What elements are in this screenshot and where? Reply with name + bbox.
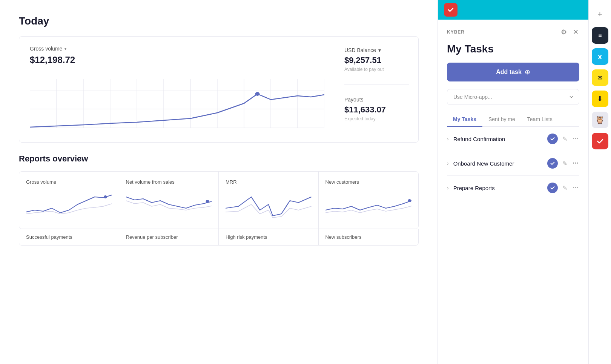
task-item-reports: › Prepare Reports ✎ ••• — [447, 176, 579, 200]
kyber-panel-top: KYBER ⚙ ✕ — [447, 27, 579, 37]
plus-icon: + — [597, 9, 602, 19]
kyber-header-icon[interactable] — [444, 3, 457, 17]
task-complete-reports[interactable] — [547, 183, 558, 193]
report-bottom-subscribers: New subscribers — [319, 229, 419, 245]
metrics-card: Gross volume ▾ $12,198.72 — [19, 36, 419, 143]
report-cell-net-volume: Net volume from sales — [119, 172, 219, 229]
tab-sent-by-me[interactable]: Sent by me — [482, 112, 521, 127]
download-icon: ⬇ — [597, 95, 603, 103]
report-gross-volume-label: Gross volume — [26, 179, 112, 185]
tab-my-tasks[interactable]: My Tasks — [447, 112, 482, 127]
report-net-volume-label: Net volume from sales — [126, 179, 212, 185]
gross-volume-value: $12,198.72 — [30, 55, 324, 65]
kyber-title: My Tasks — [447, 43, 579, 55]
page-title: Today — [19, 15, 419, 27]
report-bottom-high-risk: High risk payments — [219, 229, 319, 245]
sidebar-add-button[interactable]: + — [592, 6, 608, 23]
task-actions-refund: ✎ ••• — [547, 134, 579, 144]
main-dashboard: Today Gross volume ▾ $12,198.72 — [0, 0, 438, 364]
main-line-chart — [30, 71, 324, 132]
gross-volume-chevron[interactable]: ▾ — [64, 47, 66, 51]
task-complete-refund[interactable] — [547, 134, 558, 144]
task-more-reports[interactable]: ••• — [572, 184, 579, 191]
task-more-onboard[interactable]: ••• — [572, 160, 579, 167]
usd-balance-sub: Available to pay out — [344, 67, 409, 72]
kyber-check-icon — [596, 137, 604, 145]
payouts-value: $11,633.07 — [344, 105, 409, 115]
mini-chart-gross-volume — [26, 189, 112, 220]
kyber-panel-actions: ⚙ ✕ — [560, 27, 579, 37]
kyber-brand: KYBER — [447, 29, 465, 35]
task-complete-onboard[interactable] — [547, 158, 558, 169]
task-expand-onboard[interactable]: › — [447, 160, 449, 166]
task-expand-refund[interactable]: › — [447, 136, 449, 142]
app-sidebar: + ≡ x ✉ ⬇ 🦉 — [588, 0, 611, 364]
sidebar-mailchimp-app[interactable]: ✉ — [592, 69, 608, 86]
task-name-onboard: Onboard New Customer — [453, 160, 548, 167]
task-item-refund: › Refund Confirmation ✎ ••• — [447, 127, 579, 151]
sidebar-xero-app[interactable]: x — [592, 48, 608, 65]
usd-balance-metric: USD Balance ▾ $9,257.51 Available to pay… — [344, 47, 409, 72]
owl-icon: 🦉 — [595, 115, 605, 124]
complete-check-icon-2 — [550, 161, 555, 166]
svg-point-17 — [408, 199, 411, 202]
svg-point-15 — [104, 195, 107, 198]
intercom-icon: ≡ — [598, 32, 601, 39]
payouts-metric: Payouts $11,633.07 Expected today — [344, 97, 409, 121]
mini-chart-new-customers — [325, 189, 412, 220]
add-task-icon: ⊕ — [525, 68, 530, 76]
tab-team-lists[interactable]: Team Lists — [521, 112, 559, 127]
report-cell-new-customers: New customers — [319, 172, 419, 229]
check-icon — [447, 6, 454, 14]
sidebar-owl-app[interactable]: 🦉 — [592, 112, 608, 128]
reports-title: Reports overview — [19, 154, 419, 164]
complete-check-icon — [550, 136, 555, 141]
report-cell-mrr: MRR — [219, 172, 319, 229]
kyber-header-bar — [438, 0, 588, 20]
usd-balance-value: $9,257.51 — [344, 55, 409, 65]
reports-grid: Gross volume Net volume from sales — [19, 171, 419, 229]
svg-point-14 — [255, 92, 260, 96]
gross-volume-chart: Gross volume ▾ $12,198.72 — [19, 37, 335, 142]
report-cell-gross-volume: Gross volume — [19, 172, 119, 229]
sidebar-intercom-app[interactable]: ≡ — [592, 27, 608, 44]
task-edit-onboard[interactable]: ✎ — [562, 159, 568, 168]
sidebar-download-app[interactable]: ⬇ — [592, 91, 608, 107]
gross-volume-label[interactable]: Gross volume ▾ — [30, 46, 324, 52]
sidebar-kyber-app[interactable] — [592, 133, 608, 149]
payouts-sub: Expected today — [344, 116, 409, 121]
payouts-label: Payouts — [344, 97, 409, 103]
kyber-panel-body: KYBER ⚙ ✕ My Tasks Add task ⊕ Use Micro-… — [438, 20, 588, 364]
report-bottom-successful: Successful payments — [19, 229, 119, 245]
task-actions-reports: ✎ ••• — [547, 183, 579, 193]
complete-check-icon-3 — [550, 185, 555, 190]
add-task-label: Add task — [496, 69, 522, 75]
mini-chart-net-volume — [126, 189, 212, 220]
usd-chevron[interactable]: ▾ — [378, 47, 381, 53]
mailchimp-icon: ✉ — [597, 74, 602, 81]
usd-balance-label[interactable]: USD Balance ▾ — [344, 47, 409, 53]
side-metrics: USD Balance ▾ $9,257.51 Available to pay… — [335, 37, 418, 142]
report-mrr-label: MRR — [226, 179, 312, 185]
task-item-onboard: › Onboard New Customer ✎ ••• — [447, 151, 579, 176]
svg-point-16 — [206, 200, 209, 203]
micro-app-select[interactable]: Use Micro-app... — [447, 89, 579, 105]
task-expand-reports[interactable]: › — [447, 185, 449, 191]
task-list: › Refund Confirmation ✎ ••• › — [447, 127, 579, 200]
close-button[interactable]: ✕ — [572, 27, 579, 37]
task-name-refund: Refund Confirmation — [453, 136, 548, 142]
report-new-customers-label: New customers — [325, 179, 412, 185]
settings-button[interactable]: ⚙ — [560, 27, 568, 37]
task-name-reports: Prepare Reports — [453, 185, 548, 191]
task-more-refund[interactable]: ••• — [572, 135, 579, 142]
reports-bottom-row: Successful payments Revenue per subscrib… — [19, 229, 419, 246]
task-edit-refund[interactable]: ✎ — [562, 135, 568, 143]
add-task-button[interactable]: Add task ⊕ — [447, 63, 579, 81]
xero-icon: x — [598, 52, 602, 61]
mini-chart-mrr — [226, 189, 312, 220]
tasks-tabs: My Tasks Sent by me Team Lists — [447, 112, 579, 127]
task-actions-onboard: ✎ ••• — [547, 158, 579, 169]
kyber-panel: KYBER ⚙ ✕ My Tasks Add task ⊕ Use Micro-… — [438, 0, 588, 364]
report-bottom-revenue: Revenue per subscriber — [119, 229, 219, 245]
task-edit-reports[interactable]: ✎ — [562, 184, 568, 192]
